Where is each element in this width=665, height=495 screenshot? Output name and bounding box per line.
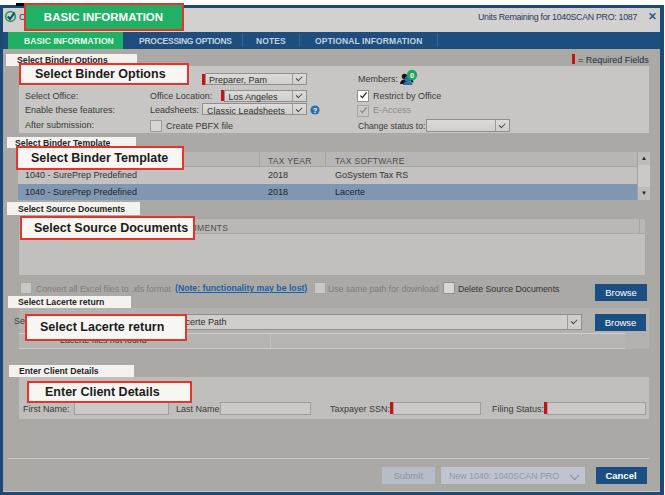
svg-text:0: 0 [410, 71, 414, 80]
svg-text:?: ? [313, 105, 318, 114]
